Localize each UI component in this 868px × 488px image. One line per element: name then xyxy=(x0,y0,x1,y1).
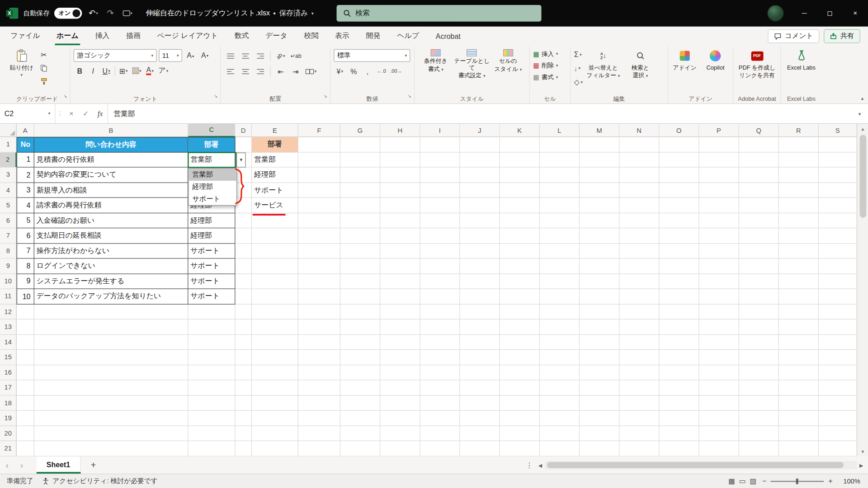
collapse-ribbon-button[interactable]: ▴ xyxy=(861,96,864,101)
cell-C1[interactable]: 部署 xyxy=(188,137,235,152)
cell-S4[interactable] xyxy=(819,183,857,198)
cell-A16[interactable] xyxy=(17,365,34,380)
cell-J14[interactable] xyxy=(460,335,500,350)
cell-A7[interactable]: 6 xyxy=(17,228,34,244)
cell-O3[interactable] xyxy=(659,168,699,183)
cell-B1[interactable]: 問い合わせ内容 xyxy=(34,137,188,152)
cell-N20[interactable] xyxy=(619,426,659,441)
cell-S1[interactable] xyxy=(819,137,857,152)
cell-J16[interactable] xyxy=(460,365,500,380)
ribbon-tab[interactable]: Acrobat xyxy=(427,27,469,46)
cell-F20[interactable] xyxy=(298,426,340,441)
confirm-entry-button[interactable]: ✓ xyxy=(79,104,93,123)
cell-P14[interactable] xyxy=(699,335,739,350)
cell-L21[interactable] xyxy=(540,441,580,456)
cell-K5[interactable] xyxy=(500,198,540,213)
cell-S9[interactable] xyxy=(819,258,857,274)
cell-F10[interactable] xyxy=(298,274,340,289)
cell-J21[interactable] xyxy=(460,441,500,456)
copy-button[interactable] xyxy=(38,62,50,74)
cell-D9[interactable] xyxy=(235,258,252,274)
undo-button[interactable]: ↶▾ xyxy=(86,8,100,18)
cell-C15[interactable] xyxy=(188,350,235,365)
borders-button[interactable]: ⊞▾ xyxy=(118,65,130,77)
cell-S20[interactable] xyxy=(819,426,857,441)
cell-I1[interactable] xyxy=(420,137,460,152)
cell-H9[interactable] xyxy=(380,258,420,274)
column-header-S[interactable]: S xyxy=(819,124,857,137)
row-header-12[interactable]: 12 xyxy=(0,304,17,319)
cell-Q13[interactable] xyxy=(739,319,779,335)
cell-O7[interactable] xyxy=(659,228,699,244)
cell-F8[interactable] xyxy=(298,244,340,259)
cell-R19[interactable] xyxy=(779,411,819,426)
cell-B6[interactable]: 入金確認のお願い xyxy=(34,213,188,229)
cell-L2[interactable] xyxy=(540,152,580,168)
cell-E12[interactable] xyxy=(252,304,298,319)
cell-I15[interactable] xyxy=(420,350,460,365)
cell-E1[interactable]: 部署 xyxy=(252,137,298,152)
cell-P6[interactable] xyxy=(699,213,739,229)
cell-C12[interactable] xyxy=(188,304,235,319)
cell-L1[interactable] xyxy=(540,137,580,152)
cell-L8[interactable] xyxy=(540,244,580,259)
cell-L12[interactable] xyxy=(540,304,580,319)
fill-color-button[interactable]: ▾ xyxy=(131,65,143,77)
name-box-handle[interactable]: ⋮ xyxy=(55,104,64,123)
cell-K19[interactable] xyxy=(500,411,540,426)
cell-M9[interactable] xyxy=(580,258,619,274)
cell-D15[interactable] xyxy=(235,350,252,365)
cell-J7[interactable] xyxy=(460,228,500,244)
sheet-options-icon[interactable]: ⋮ xyxy=(523,461,536,469)
cell-L16[interactable] xyxy=(540,365,580,380)
cell-J9[interactable] xyxy=(460,258,500,274)
cell-B17[interactable] xyxy=(34,380,188,395)
dropdown-arrow-button[interactable]: ▼ xyxy=(236,153,246,168)
select-all-button[interactable] xyxy=(0,124,17,137)
formula-input[interactable]: 営業部 xyxy=(108,104,852,123)
cell-S12[interactable] xyxy=(819,304,857,319)
row-header-18[interactable]: 18 xyxy=(0,395,17,411)
font-color-button[interactable]: A▾ xyxy=(144,65,156,77)
copilot-button[interactable]: Copilot xyxy=(701,47,730,71)
cell-M16[interactable] xyxy=(580,365,619,380)
cell-Q7[interactable] xyxy=(739,228,779,244)
cell-I16[interactable] xyxy=(420,365,460,380)
cell-D3[interactable] xyxy=(235,168,252,183)
cell-L19[interactable] xyxy=(540,411,580,426)
cell-L13[interactable] xyxy=(540,319,580,335)
ribbon-tab[interactable]: ヘルプ xyxy=(389,27,428,46)
column-header-N[interactable]: N xyxy=(619,124,659,137)
cell-P16[interactable] xyxy=(699,365,739,380)
cell-N2[interactable] xyxy=(619,152,659,168)
cell-A19[interactable] xyxy=(17,411,34,426)
cell-P4[interactable] xyxy=(699,183,739,198)
cell-I5[interactable] xyxy=(420,198,460,213)
font-size-combo[interactable]: 11▾ xyxy=(159,49,182,62)
cell-R12[interactable] xyxy=(779,304,819,319)
orientation-button[interactable]: ab▾ xyxy=(274,50,287,62)
cell-O15[interactable] xyxy=(659,350,699,365)
cell-N16[interactable] xyxy=(619,365,659,380)
zoom-out-button[interactable]: − xyxy=(762,477,766,485)
cell-A2[interactable]: 1 xyxy=(17,152,34,168)
cell-C9[interactable]: サポート xyxy=(188,258,235,274)
cell-J8[interactable] xyxy=(460,244,500,259)
cell-O21[interactable] xyxy=(659,441,699,456)
cell-D8[interactable] xyxy=(235,244,252,259)
expand-formula-bar-button[interactable]: ▾ xyxy=(851,104,868,123)
cell-F21[interactable] xyxy=(298,441,340,456)
cell-F4[interactable] xyxy=(298,183,340,198)
cell-O6[interactable] xyxy=(659,213,699,229)
cell-S14[interactable] xyxy=(819,335,857,350)
cell-H3[interactable] xyxy=(380,168,420,183)
cell-P15[interactable] xyxy=(699,350,739,365)
cell-R8[interactable] xyxy=(779,244,819,259)
cell-Q21[interactable] xyxy=(739,441,779,456)
cell-P9[interactable] xyxy=(699,258,739,274)
cell-F17[interactable] xyxy=(298,380,340,395)
cell-I13[interactable] xyxy=(420,319,460,335)
cell-O10[interactable] xyxy=(659,274,699,289)
cell-R13[interactable] xyxy=(779,319,819,335)
cell-I12[interactable] xyxy=(420,304,460,319)
